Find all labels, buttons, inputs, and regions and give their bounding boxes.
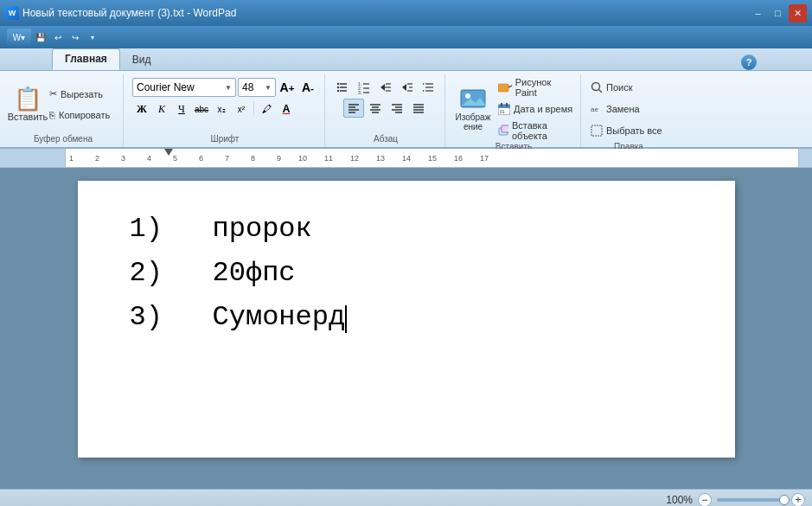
grow-font-button[interactable]: A+ [278, 78, 297, 97]
divider [253, 101, 254, 117]
bullets-icon [336, 80, 349, 94]
svg-text:4: 4 [147, 154, 151, 163]
subscript-button[interactable]: x₂ [212, 99, 231, 118]
select-all-label: Выбрать все [606, 125, 662, 136]
font-color-button[interactable]: A [277, 99, 296, 118]
cut-button[interactable]: ✂ Вырезать [48, 85, 118, 104]
replace-icon: ae [591, 103, 603, 115]
numbering-icon: 1.2.3. [357, 80, 371, 94]
paragraph-group-label: Абзац [374, 134, 398, 145]
titlebar: W Новый текстовый документ (3).txt - Wor… [0, 0, 812, 26]
align-left-icon [347, 101, 361, 115]
decrease-indent-button[interactable] [375, 78, 396, 97]
strikethrough-button[interactable]: abc [192, 99, 211, 118]
paste-button[interactable]: 📋 Вставить [9, 80, 47, 128]
insert-datetime-button[interactable]: 01 Дата и время [497, 99, 575, 118]
save-qat-button[interactable]: 💾 [33, 29, 48, 45]
find-label: Поиск [606, 82, 632, 93]
titlebar-controls: – □ ✕ [749, 4, 807, 22]
superscript-button[interactable]: x² [232, 99, 251, 118]
ribbon-group-paragraph: 1.2.3. [327, 74, 445, 147]
align-right-button[interactable] [387, 99, 407, 118]
minimize-button[interactable]: – [749, 4, 767, 22]
undo-qat-button[interactable]: ↩ [50, 29, 66, 45]
replace-label: Замена [606, 104, 640, 114]
svg-text:16: 16 [454, 154, 463, 163]
align-left-button[interactable] [343, 99, 364, 118]
search-icon [591, 81, 603, 93]
image-btn-container: Изображение [452, 82, 494, 136]
font-format-row: Ж К Ч abc x₂ x² 🖍 A [132, 99, 296, 118]
select-all-button[interactable]: Выбрать все [590, 121, 668, 140]
highlight-icon: 🖍 [262, 104, 272, 114]
svg-text:7: 7 [225, 154, 229, 163]
svg-text:6: 6 [199, 154, 203, 163]
find-button[interactable]: Поиск [590, 78, 668, 97]
font-content: Courier New ▼ 48 ▼ A+ A- Ж К Ч abc x₂ x² [132, 78, 317, 132]
copy-button[interactable]: ⎘ Копировать [48, 106, 118, 125]
font-group-label: Шрифт [211, 134, 240, 145]
close-button[interactable]: ✕ [789, 4, 807, 22]
svg-marker-74 [164, 149, 173, 156]
align-justify-icon [412, 101, 425, 115]
svg-marker-24 [423, 90, 425, 92]
bold-button[interactable]: Ж [132, 99, 151, 118]
image-icon [460, 86, 486, 111]
help-button[interactable]: ? [741, 54, 757, 70]
zoom-slider[interactable] [717, 498, 786, 502]
increase-indent-icon [400, 80, 414, 94]
svg-line-54 [599, 90, 603, 93]
office-button[interactable]: W▾ [7, 29, 31, 46]
font-name-row: Courier New ▼ 48 ▼ A+ A- [132, 78, 317, 97]
bullets-button[interactable] [332, 78, 353, 97]
italic-button[interactable]: К [152, 99, 171, 118]
zoom-plus-button[interactable]: + [791, 493, 805, 507]
insert-content: Изображение Рисунок Paint 01 Дата и врем… [452, 78, 575, 140]
font-name-selector[interactable]: Courier New ▼ [132, 78, 236, 97]
clipboard-content: 📋 Вставить ✂ Вырезать ⎘ Копировать [9, 76, 118, 132]
align-justify-button[interactable] [408, 99, 429, 118]
align-center-icon [368, 101, 382, 115]
align-center-button[interactable] [365, 99, 386, 118]
line-spacing-button[interactable] [419, 78, 439, 97]
zoom-minus-button[interactable]: − [698, 493, 712, 507]
underline-button[interactable]: Ч [172, 99, 191, 118]
font-size-selector[interactable]: 48 ▼ [238, 78, 276, 97]
paragraph-row1: 1.2.3. [332, 78, 439, 97]
text-cursor [345, 305, 347, 333]
increase-indent-button[interactable] [397, 78, 418, 97]
tab-home[interactable]: Главная [52, 48, 120, 70]
copy-icon: ⎘ [49, 110, 55, 120]
document-area: 1) 1) пророкпророк 2) 20фпс 3) Сумонерд [0, 168, 812, 489]
replace-button[interactable]: ae Замена [590, 99, 668, 118]
paint-icon [498, 81, 512, 93]
ribbon-group-font: Courier New ▼ 48 ▼ A+ A- Ж К Ч abc x₂ x² [125, 74, 325, 147]
numbering-button[interactable]: 1.2.3. [354, 78, 374, 97]
svg-point-53 [592, 83, 600, 91]
tab-view[interactable]: Вид [120, 50, 163, 70]
align-right-icon [390, 101, 404, 115]
decrease-indent-icon [379, 80, 393, 94]
insert-object-button[interactable]: Вставка объекта [497, 121, 575, 140]
insert-paint-label: Рисунок Paint [515, 77, 574, 98]
svg-text:2: 2 [95, 154, 99, 163]
qat-customize-button[interactable]: ▾ [85, 29, 100, 45]
svg-text:9: 9 [277, 154, 281, 163]
svg-line-45 [508, 86, 512, 87]
maximize-button[interactable]: □ [769, 4, 787, 22]
highlight-button[interactable]: 🖍 [257, 99, 276, 118]
document-page[interactable]: 1) 1) пророкпророк 2) 20фпс 3) Сумонерд [78, 181, 735, 458]
insert-paint-button[interactable]: Рисунок Paint [497, 78, 575, 97]
svg-text:12: 12 [350, 154, 359, 163]
ribbon-group-insert: Изображение Рисунок Paint 01 Дата и врем… [447, 74, 581, 147]
svg-text:8: 8 [251, 154, 255, 163]
svg-text:5: 5 [173, 154, 177, 163]
zoom-slider-thumb[interactable] [779, 495, 790, 505]
ribbon-group-clipboard: 📋 Вставить ✂ Вырезать ⎘ Копировать Буфер… [3, 74, 124, 147]
quick-access-toolbar: W▾ 💾 ↩ ↪ ▾ [0, 26, 107, 48]
cut-label: Вырезать [61, 89, 103, 99]
svg-text:10: 10 [298, 154, 307, 163]
insert-image-button[interactable]: Изображение [452, 82, 494, 136]
redo-qat-button[interactable]: ↪ [67, 29, 83, 45]
shrink-font-button[interactable]: A- [298, 78, 317, 97]
